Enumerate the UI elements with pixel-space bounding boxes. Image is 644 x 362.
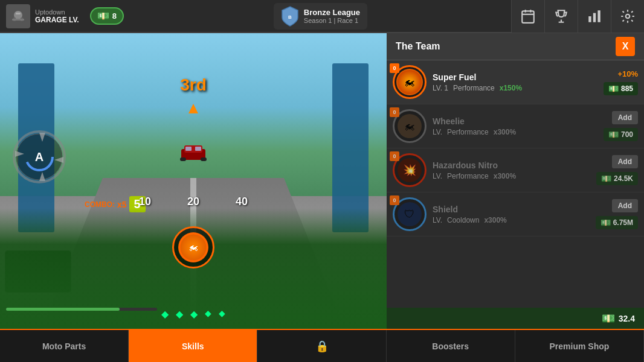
svg-text:B: B [288,14,292,20]
skill-meta-superfuel: LV. 1 Performance x150% [433,84,597,92]
skill-name-wheelie: Wheelie [433,116,597,126]
skill-badge-3: 0 [390,195,399,205]
svg-rect-12 [593,13,596,22]
skill-meta-wheelie: LV. Performance x300% [433,128,597,136]
add-shield-button[interactable]: Add [612,199,638,212]
position-badge: 3rd [180,75,207,95]
skill-meta-shield: LV. Cooldown x300% [433,216,590,224]
stats-button[interactable] [578,0,611,33]
gem-1: ◆ [161,308,169,320]
skill-ring-inner: 🏍 [178,232,208,262]
skill-cost-shield: 💵 6.75M [596,216,638,229]
skill-item-wheelie[interactable]: 0 🏍 Wheelie LV. Performance x300% Add 💵 … [387,104,644,148]
skill-lv-superfuel: LV. 1 [433,84,448,92]
active-skill-ring[interactable]: 🏍 [172,226,214,268]
nav-skills[interactable]: Skills [129,330,257,362]
svg-text:🏍: 🏍 [404,76,415,88]
svg-marker-15 [188,104,198,113]
skill-cost-wheelie: 💵 700 [604,128,638,141]
speed-10: 10 [139,195,151,208]
brand-label: Uptodown [35,8,79,16]
skill-info-shield: Shield LV. Cooldown x300% [433,205,590,224]
money-badge: 💵 8 [90,7,124,25]
svg-text:💥: 💥 [403,164,417,177]
nav-boosters[interactable]: Boosters [387,330,515,362]
cost-val-superfuel: 885 [621,84,633,93]
skill-item-hazardous-nitro[interactable]: 0 💥 Hazardous Nitro LV. Performance x300… [387,148,644,192]
skill-meta-nitro: LV. Performance x300% [433,172,590,180]
skill-badge-2: 0 [390,151,399,161]
nav-premium-shop[interactable]: Premium Shop [515,330,644,362]
skill-type-shield: Cooldown [447,216,479,224]
skill-right-superfuel: +10% 💵 885 [604,69,638,95]
add-wheelie-button[interactable]: Add [612,111,638,124]
skill-name-shield: Shield [433,205,590,214]
car-ahead [178,142,208,165]
cost-val-wheelie: 700 [621,130,633,139]
direction-arrow [187,103,199,117]
gear-overlay: A [12,130,66,184]
gem-3: ◆ [190,308,198,320]
skill-info-nitro: Hazardous Nitro LV. Performance x300% [433,160,590,180]
svg-rect-7 [522,11,534,23]
skill-item-shield[interactable]: 0 🛡 Shield LV. Cooldown x300% Add 💵 6.75… [387,192,644,237]
calendar-button[interactable] [511,0,544,33]
svg-text:A: A [35,150,43,164]
league-info: Bronze League Season 1 | Race 1 [304,8,360,24]
health-bar-bg [6,308,157,311]
svg-text:🏍: 🏍 [188,242,198,252]
garage-level-label: GARAGE LV. [35,16,79,24]
skill-bonus-wheelie: x300% [494,128,516,136]
svg-rect-18 [180,157,186,161]
skill-item-superfuel[interactable]: 0 🏍 Super Fuel LV. 1 Performance x150% +… [387,60,644,104]
skill-right-shield: Add 💵 6.75M [596,199,638,229]
trophy-button[interactable] [544,0,578,33]
nav-moto-parts-label: Moto Parts [42,341,86,351]
add-nitro-button[interactable]: Add [612,155,638,168]
lock-icon: 🔒 [315,340,329,353]
svg-rect-11 [588,16,591,22]
speed-40: 40 [236,195,248,208]
skill-type-nitro: Performance [447,172,489,180]
skill-type-wheelie: Performance [447,128,489,136]
skill-info-superfuel: Super Fuel LV. 1 Performance x150% [433,72,597,92]
skill-lv-wheelie: LV. [433,128,442,136]
svg-rect-13 [597,10,600,22]
skill-percent-superfuel: +10% [617,69,638,78]
skill-right-nitro: Add 💵 24.5K [596,155,638,185]
svg-point-14 [626,14,630,18]
cost-val-shield: 6.75M [613,218,633,227]
nav-premium-shop-label: Premium Shop [550,341,610,351]
gem-2: ◆ [176,308,183,320]
skill-badge-1: 0 [390,107,399,117]
bottom-nav: Moto Parts Skills 🔒 Boosters Premium Sho… [0,329,644,362]
top-bar: Uptodown GARAGE LV. 💵 8 B Bronze League … [0,0,644,33]
combo-label: COMBO: [85,200,115,209]
skill-info-wheelie: Wheelie LV. Performance x300% [433,116,597,136]
skill-name-superfuel: Super Fuel [433,72,597,82]
cost-val-nitro: 24.5K [614,174,633,183]
close-panel-button[interactable]: X [616,37,635,56]
position-text: 3rd [180,75,207,94]
garage-avatar [6,4,30,28]
nav-lock[interactable]: 🔒 [257,330,386,362]
nav-boosters-label: Boosters [432,341,469,351]
settings-button[interactable] [611,0,644,33]
svg-rect-4 [16,13,21,14]
skill-badge-0: 0 [390,63,399,73]
panel-balance-value: 32.4 [619,314,635,323]
nav-moto-parts[interactable]: Moto Parts [0,330,129,362]
cost-icon-wheelie: 💵 [608,130,619,139]
skill-bonus-shield: x300% [484,216,506,224]
skill-lv-shield: LV. [433,216,442,224]
skill-type-superfuel: Performance [453,84,495,92]
nav-skills-label: Skills [182,341,204,351]
cost-icon-superfuel: 💵 [608,84,619,94]
panel-balance-icon: 💵 [602,312,615,325]
money-value: 8 [112,11,117,21]
game-view: 3rd A COMBO: x5 5 10 [0,33,387,329]
skill-right-wheelie: Add 💵 700 [604,111,638,141]
skill-bonus-superfuel: x150% [500,84,522,92]
speed-markers: 10 20 40 [139,195,248,208]
race-info: Season 1 | Race 1 [304,17,360,24]
